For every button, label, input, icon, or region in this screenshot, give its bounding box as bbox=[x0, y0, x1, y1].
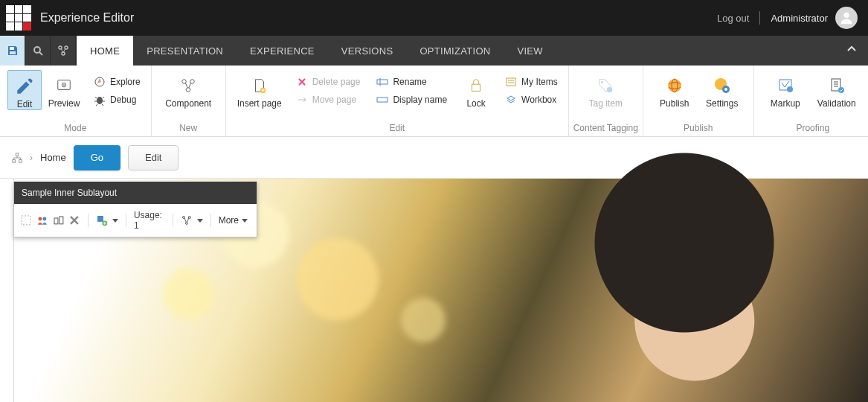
svg-rect-1 bbox=[10, 47, 14, 50]
edit-button[interactable]: Edit bbox=[128, 145, 179, 170]
sitemap-button[interactable] bbox=[51, 36, 76, 66]
my-items-icon bbox=[505, 76, 517, 88]
more-button[interactable]: More bbox=[219, 215, 248, 226]
lock-label: Lock bbox=[466, 98, 485, 109]
display-name-button[interactable]: Display name bbox=[373, 92, 450, 107]
chevron-right-icon: › bbox=[30, 153, 33, 163]
svg-point-24 bbox=[668, 79, 681, 92]
tag-item-label: Tag item bbox=[589, 98, 623, 109]
usage-label: Usage: 1 bbox=[134, 210, 165, 231]
globe-settings-icon bbox=[713, 76, 732, 95]
component-icon bbox=[179, 76, 198, 95]
app-title: Experience Editor bbox=[40, 11, 134, 25]
markup-icon bbox=[776, 76, 795, 95]
test-component-icon[interactable] bbox=[53, 214, 65, 227]
user-avatar[interactable] bbox=[835, 7, 858, 29]
logout-link[interactable]: Log out bbox=[717, 13, 749, 24]
rename-button[interactable]: Rename bbox=[373, 74, 450, 89]
more-label: More bbox=[219, 215, 239, 226]
svg-point-30 bbox=[787, 86, 793, 92]
move-page-button: Move page bbox=[293, 92, 364, 107]
publish-label: Publish bbox=[660, 98, 689, 109]
tab-experience[interactable]: EXPERIENCE bbox=[237, 36, 328, 66]
svg-point-0 bbox=[843, 13, 849, 18]
svg-rect-33 bbox=[16, 153, 19, 156]
svg-point-37 bbox=[38, 217, 42, 221]
content-tagging-group-label: Content Tagging bbox=[569, 123, 643, 136]
markup-button[interactable]: Markup bbox=[762, 70, 809, 109]
edit-group-label: Edit bbox=[226, 123, 568, 136]
tab-presentation[interactable]: PRESENTATION bbox=[133, 36, 237, 66]
compass-icon bbox=[94, 76, 106, 88]
debug-button[interactable]: Debug bbox=[91, 92, 144, 107]
svg-rect-21 bbox=[507, 78, 515, 86]
move-dropdown-icon[interactable] bbox=[197, 219, 203, 223]
svg-rect-36 bbox=[22, 216, 30, 225]
go-button[interactable]: Go bbox=[74, 145, 120, 170]
svg-rect-2 bbox=[10, 51, 16, 54]
svg-rect-41 bbox=[97, 216, 103, 222]
svg-point-22 bbox=[601, 81, 603, 83]
move-icon bbox=[296, 94, 308, 106]
search-button[interactable] bbox=[25, 36, 51, 66]
workbox-icon bbox=[505, 94, 517, 106]
divider bbox=[759, 11, 760, 25]
markup-label: Markup bbox=[771, 98, 800, 109]
svg-point-38 bbox=[42, 217, 46, 221]
my-items-button[interactable]: My Items bbox=[502, 74, 561, 89]
svg-rect-17 bbox=[377, 80, 388, 84]
remove-component-icon[interactable] bbox=[68, 214, 80, 227]
personalize-icon[interactable] bbox=[36, 214, 48, 227]
publish-button[interactable]: Publish bbox=[651, 70, 698, 109]
tab-view[interactable]: VIEW bbox=[504, 36, 556, 66]
bug-icon bbox=[94, 94, 106, 106]
tab-strip: HOME PRESENTATION EXPERIENCE VERSIONS OP… bbox=[0, 36, 868, 66]
collapse-ribbon-icon[interactable] bbox=[846, 43, 858, 55]
workbox-button[interactable]: Workbox bbox=[502, 92, 561, 107]
explore-button[interactable]: Explore bbox=[91, 74, 144, 89]
app-logo[interactable] bbox=[6, 5, 31, 31]
svg-point-28 bbox=[724, 88, 727, 91]
breadcrumb-home[interactable]: Home bbox=[40, 152, 66, 163]
debug-label: Debug bbox=[110, 95, 136, 105]
preview-button[interactable]: Preview bbox=[42, 70, 86, 109]
my-items-label: My Items bbox=[521, 77, 558, 87]
user-name[interactable]: Administrator bbox=[771, 13, 828, 24]
move-component-icon[interactable] bbox=[181, 214, 193, 227]
component-button[interactable]: Component bbox=[159, 70, 218, 109]
publish-settings-label: Settings bbox=[706, 98, 738, 109]
publish-settings-button[interactable]: Settings bbox=[698, 70, 746, 109]
tag-item-button: Tag item bbox=[576, 70, 635, 109]
separator bbox=[126, 214, 126, 227]
svg-line-4 bbox=[39, 52, 42, 55]
tab-home[interactable]: HOME bbox=[77, 36, 133, 66]
svg-point-32 bbox=[838, 87, 844, 93]
ribbon-group-content-tagging: Tag item Content Tagging bbox=[569, 66, 643, 136]
save-button[interactable] bbox=[0, 36, 25, 66]
svg-rect-35 bbox=[19, 159, 22, 162]
preview-label: Preview bbox=[48, 98, 80, 109]
validation-label: Validation bbox=[817, 98, 856, 109]
eye-icon bbox=[54, 76, 74, 95]
select-parent-icon[interactable] bbox=[20, 214, 32, 227]
svg-rect-19 bbox=[377, 98, 388, 102]
insert-page-button[interactable]: Insert page bbox=[234, 70, 286, 109]
add-dropdown-icon[interactable] bbox=[112, 219, 118, 223]
ribbon-group-mode: Edit Preview Explore Debug Mode bbox=[0, 66, 152, 136]
validation-button[interactable]: Validation bbox=[809, 70, 864, 109]
separator bbox=[210, 214, 211, 227]
add-component-icon[interactable] bbox=[96, 214, 108, 227]
tree-icon[interactable] bbox=[12, 153, 22, 163]
svg-rect-39 bbox=[54, 218, 58, 224]
top-bar: Experience Editor Log out Administrator bbox=[0, 0, 868, 36]
chevron-down-icon bbox=[242, 219, 248, 223]
edit-mode-button[interactable]: Edit bbox=[7, 70, 42, 110]
lock-button[interactable]: Lock bbox=[457, 70, 495, 109]
tab-optimization[interactable]: OPTIMIZATION bbox=[406, 36, 504, 66]
new-group-label: New bbox=[152, 123, 225, 136]
tag-icon bbox=[596, 76, 615, 95]
svg-point-3 bbox=[34, 47, 40, 53]
pencil-icon bbox=[15, 77, 34, 96]
ribbon-group-publish: Publish Settings Publish bbox=[643, 66, 754, 136]
tab-versions[interactable]: VERSIONS bbox=[328, 36, 407, 66]
